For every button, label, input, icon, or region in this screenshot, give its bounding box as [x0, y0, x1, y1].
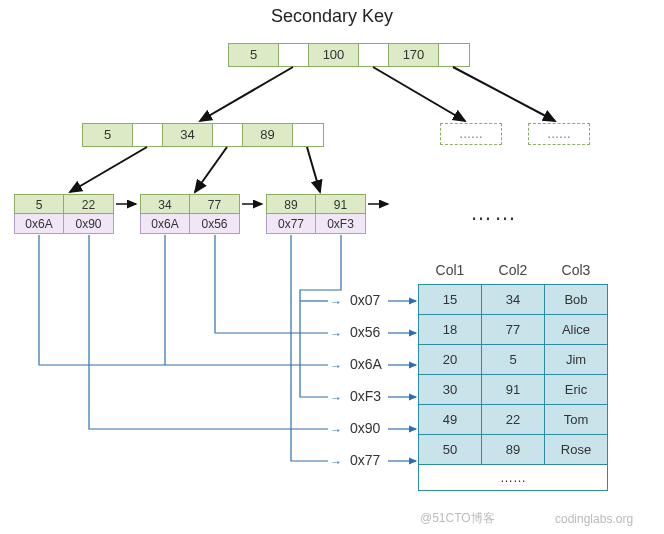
addr-arrow-3: →: [330, 391, 342, 405]
phantom-node-1: ......: [440, 123, 502, 145]
leaf1-addr1: 0x56: [190, 214, 240, 234]
leaf1-addr0: 0x6A: [140, 214, 190, 234]
svg-line-3: [70, 147, 147, 192]
leaf1-key0: 34: [140, 194, 190, 214]
addr-arrow-0: →: [330, 295, 342, 309]
cell: Eric: [545, 375, 608, 405]
leaf-ellipsis: ……: [470, 200, 518, 226]
data-table-wrapper: Col1 Col2 Col3 1534Bob 1877Alice 205Jim …: [418, 260, 608, 491]
l1-key-1: 34: [163, 124, 213, 146]
leaf2-addr1: 0xF3: [316, 214, 366, 234]
svg-line-5: [307, 147, 320, 192]
data-table: Col1 Col2 Col3 1534Bob 1877Alice 205Jim …: [418, 260, 608, 491]
cell: Rose: [545, 435, 608, 465]
cell: 91: [482, 375, 545, 405]
cell: Bob: [545, 285, 608, 315]
table-more-cell: ……: [419, 465, 608, 491]
table-row: 4922Tom: [419, 405, 608, 435]
addr-label-1: 0x56: [350, 324, 380, 340]
cell: 18: [419, 315, 482, 345]
leaf2-addr0: 0x77: [266, 214, 316, 234]
cell: 15: [419, 285, 482, 315]
addr-arrow-5: →: [330, 455, 342, 469]
cell: 5: [482, 345, 545, 375]
cell: Jim: [545, 345, 608, 375]
col-header-3: Col3: [545, 260, 608, 285]
leaf0-addr1: 0x90: [64, 214, 114, 234]
col-header-2: Col2: [482, 260, 545, 285]
svg-line-0: [200, 67, 293, 121]
l1-ptr-2: [293, 124, 323, 146]
cell: 77: [482, 315, 545, 345]
root-key-1: 100: [309, 44, 359, 66]
col-header-1: Col1: [419, 260, 482, 285]
phantom-node-2: ......: [528, 123, 590, 145]
table-row: 1877Alice: [419, 315, 608, 345]
btree-internal-node: 5 34 89: [82, 123, 324, 147]
addr-label-5: 0x77: [350, 452, 380, 468]
diagram-title: Secondary Key: [0, 6, 664, 27]
leaf0-key0: 5: [14, 194, 64, 214]
cell: 22: [482, 405, 545, 435]
cell: 20: [419, 345, 482, 375]
btree-leaf-2: 89 91 0x77 0xF3: [266, 194, 366, 234]
addr-arrow-1: →: [330, 327, 342, 341]
root-ptr-2: [439, 44, 469, 66]
l1-key-0: 5: [83, 124, 133, 146]
leaf2-key0: 89: [266, 194, 316, 214]
btree-leaf-0: 5 22 0x6A 0x90: [14, 194, 114, 234]
svg-line-2: [453, 67, 555, 121]
btree-leaf-1: 34 77 0x6A 0x56: [140, 194, 240, 234]
watermark-right: codinglabs.org: [555, 512, 633, 526]
l1-ptr-1: [213, 124, 243, 146]
addr-label-4: 0x90: [350, 420, 380, 436]
table-row: 3091Eric: [419, 375, 608, 405]
root-key-0: 5: [229, 44, 279, 66]
svg-line-1: [373, 67, 465, 121]
table-row: 1534Bob: [419, 285, 608, 315]
cell: Tom: [545, 405, 608, 435]
svg-line-4: [195, 147, 227, 192]
table-row: 5089Rose: [419, 435, 608, 465]
addr-label-0: 0x07: [350, 292, 380, 308]
leaf0-addr0: 0x6A: [14, 214, 64, 234]
addr-arrow-2: →: [330, 359, 342, 373]
watermark-left: @51CTO博客: [420, 510, 495, 527]
root-key-2: 170: [389, 44, 439, 66]
cell: 50: [419, 435, 482, 465]
cell: 34: [482, 285, 545, 315]
leaf2-key1: 91: [316, 194, 366, 214]
addr-label-2: 0x6A: [350, 356, 382, 372]
cell: 30: [419, 375, 482, 405]
btree-root-node: 5 100 170: [228, 43, 470, 67]
cell: 49: [419, 405, 482, 435]
leaf1-key1: 77: [190, 194, 240, 214]
root-ptr-0: [279, 44, 309, 66]
cell: 89: [482, 435, 545, 465]
cell: Alice: [545, 315, 608, 345]
leaf0-key1: 22: [64, 194, 114, 214]
table-more-row: ……: [419, 465, 608, 491]
l1-key-2: 89: [243, 124, 293, 146]
table-header-row: Col1 Col2 Col3: [419, 260, 608, 285]
addr-arrow-4: →: [330, 423, 342, 437]
l1-ptr-0: [133, 124, 163, 146]
root-ptr-1: [359, 44, 389, 66]
table-row: 205Jim: [419, 345, 608, 375]
addr-label-3: 0xF3: [350, 388, 381, 404]
